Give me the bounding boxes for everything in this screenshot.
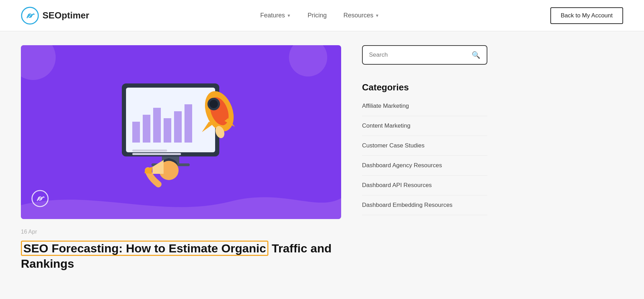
featured-image	[21, 45, 341, 219]
nav-resources-label: Resources	[344, 12, 374, 19]
category-list: Affiliate Marketing Content Marketing Cu…	[362, 103, 487, 215]
search-input[interactable]	[369, 51, 472, 58]
nav-pricing[interactable]: Pricing	[308, 12, 327, 19]
decorative-circle-tr	[289, 45, 327, 76]
main-nav: Features ▼ Pricing Resources ▼	[260, 12, 379, 19]
main-content: 16 Apr SEO Forecasting: How to Estimate …	[0, 31, 644, 285]
svg-rect-8	[174, 111, 182, 143]
resources-chevron-icon: ▼	[375, 13, 379, 18]
main-header: SEOptimer Features ▼ Pricing Resources ▼…	[0, 0, 644, 31]
category-item-agency[interactable]: Dashboard Agency Resources	[362, 156, 487, 176]
hero-illustration	[94, 63, 268, 202]
article-date: 16 Apr	[21, 229, 341, 235]
nav-pricing-label: Pricing	[308, 12, 327, 19]
category-item-case-studies[interactable]: Customer Case Studies	[362, 136, 487, 156]
nav-features-label: Features	[260, 12, 285, 19]
nav-features[interactable]: Features ▼	[260, 12, 291, 19]
search-box[interactable]: 🔍	[362, 45, 487, 65]
decorative-circle-tl	[21, 45, 56, 80]
features-chevron-icon: ▼	[287, 13, 291, 18]
logo-watermark	[31, 190, 49, 209]
svg-rect-6	[153, 108, 161, 143]
svg-rect-4	[132, 122, 140, 143]
categories-heading: Categories	[362, 82, 487, 93]
search-icon[interactable]: 🔍	[472, 51, 480, 59]
logo-text: SEOptimer	[42, 10, 89, 21]
back-to-account-button[interactable]: Back to My Account	[550, 7, 623, 24]
nav-resources[interactable]: Resources ▼	[344, 12, 379, 19]
svg-rect-10	[132, 150, 167, 152]
svg-rect-9	[184, 104, 192, 143]
category-item-api[interactable]: Dashboard API Resources	[362, 176, 487, 195]
svg-rect-7	[164, 118, 171, 143]
logo-area[interactable]: SEOptimer	[21, 7, 89, 25]
svg-rect-5	[143, 115, 150, 143]
sidebar: 🔍 Categories Affiliate Marketing Content…	[362, 45, 487, 271]
article-section: 16 Apr SEO Forecasting: How to Estimate …	[21, 45, 341, 271]
article-title: SEO Forecasting: How to Estimate Organic…	[21, 241, 341, 271]
category-item-affiliate[interactable]: Affiliate Marketing	[362, 103, 487, 116]
category-item-content[interactable]: Content Marketing	[362, 116, 487, 136]
svg-rect-11	[132, 153, 181, 155]
title-highlight: SEO Forecasting: How to Estimate Organic	[21, 241, 268, 256]
seoptimer-logo-icon	[21, 7, 39, 25]
category-item-embedding[interactable]: Dashboard Embedding Resources	[362, 195, 487, 215]
